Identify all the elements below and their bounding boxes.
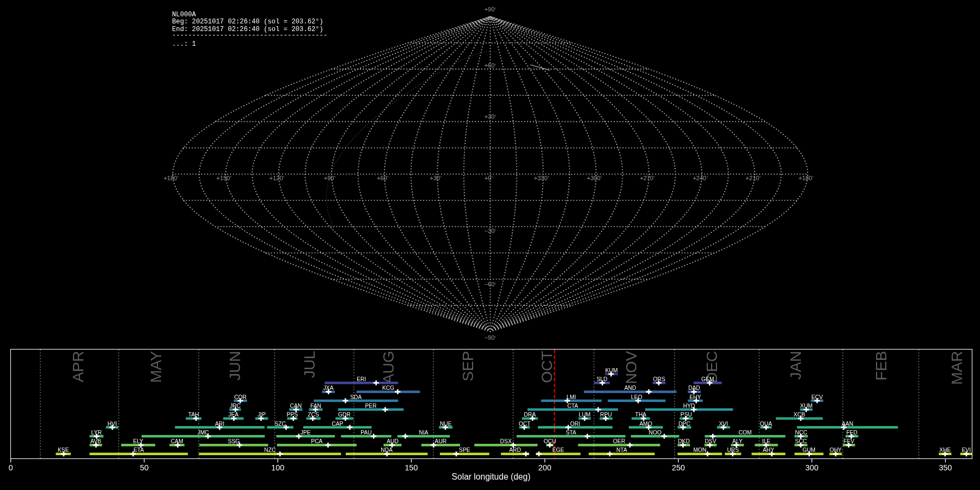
svg-text:JRC: JRC <box>230 403 241 409</box>
svg-text:−30°: −30° <box>485 228 497 234</box>
svg-text:+120°: +120° <box>270 175 285 181</box>
svg-text:COR: COR <box>234 394 247 400</box>
svg-text:LYR: LYR <box>91 430 102 436</box>
svg-text:AUD: AUD <box>387 438 399 444</box>
svg-text:FED: FED <box>846 430 857 436</box>
svg-text:LEO: LEO <box>631 394 642 400</box>
svg-text:NZC: NZC <box>264 447 276 453</box>
svg-text:THA: THA <box>635 412 647 418</box>
svg-text:COM: COM <box>738 430 751 436</box>
svg-text:ARD: ARD <box>509 447 521 453</box>
svg-text:SPE: SPE <box>459 447 470 453</box>
svg-text:+180°: +180° <box>163 175 179 181</box>
svg-text:APR: APR <box>70 351 87 383</box>
svg-text:−60°: −60° <box>485 281 497 287</box>
svg-text:LUM: LUM <box>579 412 591 418</box>
svg-text:RPU: RPU <box>600 412 612 418</box>
svg-text:SEP: SEP <box>460 351 476 382</box>
svg-text:Beg: 20251017 02:26:40 (sol =: Beg: 20251017 02:26:40 (sol = 203.62°) <box>172 18 323 26</box>
svg-text:MAY: MAY <box>148 351 164 383</box>
svg-text:NOO: NOO <box>648 430 661 436</box>
svg-text:XHE: XHE <box>939 447 951 453</box>
svg-text:AUR: AUR <box>435 438 447 444</box>
svg-text:PPS: PPS <box>287 412 298 418</box>
svg-text:HVI: HVI <box>107 421 117 427</box>
svg-text:FAN: FAN <box>310 403 321 409</box>
svg-text:XCB: XCB <box>794 412 805 418</box>
svg-text:NOV: NOV <box>623 351 640 384</box>
svg-text:GEM: GEM <box>701 376 714 382</box>
svg-text:DSX: DSX <box>500 438 512 444</box>
svg-text:DKD: DKD <box>678 438 690 444</box>
svg-text:PCA: PCA <box>311 438 322 444</box>
svg-text:+0°: +0° <box>485 175 493 181</box>
svg-text:LMI: LMI <box>567 394 576 400</box>
svg-text:+180°: +180° <box>799 175 814 181</box>
svg-text:+30°: +30° <box>430 175 442 181</box>
svg-text:EVI: EVI <box>961 447 971 453</box>
svg-text:NTA: NTA <box>616 447 627 453</box>
svg-text:SDA: SDA <box>350 394 362 400</box>
svg-text:JUN: JUN <box>226 351 243 381</box>
svg-text:AHY: AHY <box>763 447 774 453</box>
svg-text:CAP: CAP <box>332 421 343 427</box>
svg-text:+210°: +210° <box>746 175 761 181</box>
svg-text:NUE: NUE <box>440 421 452 427</box>
svg-text:QUA: QUA <box>760 421 772 427</box>
svg-text:JEA: JEA <box>228 412 238 418</box>
svg-text:FEB: FEB <box>873 351 890 381</box>
svg-text:OCU: OCU <box>543 438 556 444</box>
svg-text:EGE: EGE <box>552 447 564 453</box>
svg-text:AUG: AUG <box>380 351 397 384</box>
svg-text:URS: URS <box>727 447 739 453</box>
svg-text:AAN: AAN <box>842 421 853 427</box>
svg-text:ARI: ARI <box>215 421 224 427</box>
svg-text:OHY: OHY <box>830 447 842 453</box>
svg-text:JXA: JXA <box>323 385 334 391</box>
svg-text:250: 250 <box>672 463 685 472</box>
svg-text:200: 200 <box>538 463 552 472</box>
svg-text:MAR: MAR <box>948 351 965 385</box>
svg-text:OER: OER <box>613 438 625 444</box>
svg-text:ELY: ELY <box>133 438 143 444</box>
svg-text:JAN: JAN <box>787 351 804 380</box>
svg-text:CAN: CAN <box>290 403 302 409</box>
svg-text:ZCS: ZCS <box>308 412 319 418</box>
svg-text:KUM: KUM <box>605 367 618 373</box>
svg-text:JUL: JUL <box>301 351 318 378</box>
svg-text:PAU: PAU <box>360 430 371 436</box>
svg-text:300: 300 <box>805 463 818 472</box>
svg-text:NCC: NCC <box>795 430 807 436</box>
svg-text:------------------------------: --------------------------------------- <box>172 32 327 39</box>
svg-text:+150°: +150° <box>217 175 232 181</box>
svg-text:+270°: +270° <box>640 175 655 181</box>
svg-text:NL000A: NL000A <box>172 11 197 19</box>
svg-text:KCG: KCG <box>382 385 394 391</box>
svg-text:ORS: ORS <box>653 376 665 382</box>
svg-text:100: 100 <box>271 463 284 472</box>
svg-text:DPC: DPC <box>678 421 690 427</box>
svg-text:+90°: +90° <box>485 6 497 13</box>
svg-text:ORI: ORI <box>570 421 580 427</box>
svg-text:+60°: +60° <box>485 62 497 69</box>
svg-text:MON: MON <box>693 447 706 453</box>
svg-text:AVB: AVB <box>90 438 101 444</box>
svg-text:FEV: FEV <box>843 438 854 444</box>
svg-text:+90°: +90° <box>324 175 336 181</box>
svg-text:NDA: NDA <box>381 447 393 453</box>
svg-text:PSU: PSU <box>681 412 692 418</box>
svg-text:EHY: EHY <box>689 394 701 400</box>
svg-text:DSV: DSV <box>705 438 716 444</box>
svg-text:JMC: JMC <box>198 430 210 436</box>
svg-text:+30°: +30° <box>485 113 497 120</box>
svg-text:SSG: SSG <box>228 438 240 444</box>
svg-text:PER: PER <box>365 403 376 409</box>
svg-text:HYD: HYD <box>683 403 695 409</box>
svg-text:+330°: +330° <box>534 175 549 181</box>
svg-text:GDR: GDR <box>338 412 351 418</box>
svg-text:KSE: KSE <box>58 447 69 453</box>
svg-text:DAD: DAD <box>688 385 700 391</box>
svg-text:TAH: TAH <box>188 412 199 418</box>
svg-text:ETA: ETA <box>133 447 144 453</box>
svg-text:AMO: AMO <box>639 421 652 427</box>
